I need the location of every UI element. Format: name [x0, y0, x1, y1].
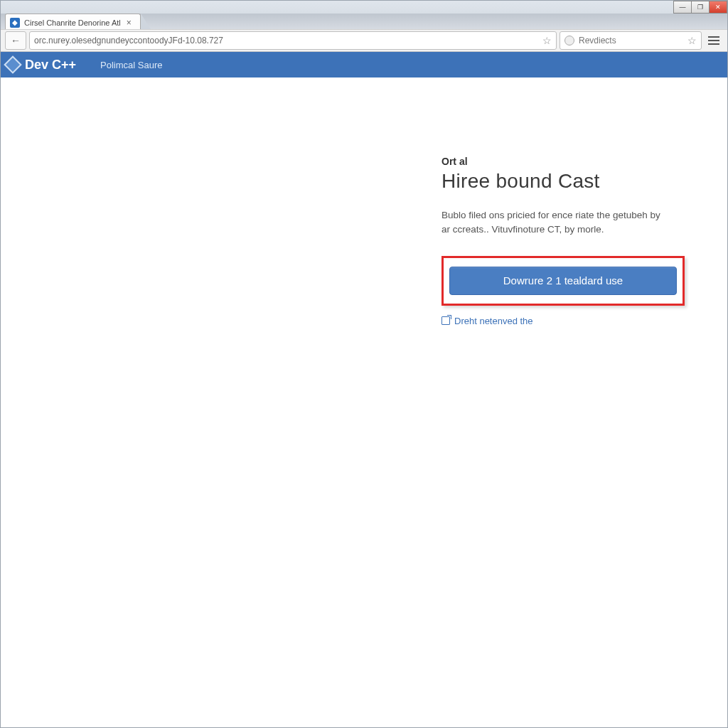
kicker-text: Ort al: [441, 156, 699, 167]
brand-text: Dev C++: [25, 58, 76, 73]
omnibox[interactable]: orc.nurey.olesedgnundeyccontoodyJFd-10.0…: [29, 31, 557, 50]
secondary-box-label: Revdiects: [579, 36, 616, 46]
tab-favicon-icon: ◆: [10, 18, 20, 28]
secondary-address-box[interactable]: Revdiects ☆: [560, 31, 702, 50]
tab-title: Cirsel Chanrite Denorine Atl: [24, 18, 121, 27]
page-title: Hiree bound Cast: [441, 170, 699, 193]
browser-tab[interactable]: ◆ Cirsel Chanrite Denorine Atl ×: [5, 14, 141, 29]
site-brand[interactable]: Dev C++: [6, 58, 76, 73]
window-minimize-button[interactable]: —: [673, 1, 692, 14]
secondary-link[interactable]: Dreht netenved the: [441, 316, 699, 326]
tab-close-button[interactable]: ×: [125, 18, 133, 28]
brand-diamond-icon: [4, 55, 21, 73]
nav-back-button[interactable]: ←: [5, 31, 26, 50]
cta-highlight-box: Dowrure 2 1 tealdard use: [441, 256, 685, 306]
url-text: orc.nurey.olesedgnundeyccontoodyJFd-10.0…: [34, 36, 223, 46]
site-navbar: Dev C++ Polimcal Saure: [1, 52, 727, 77]
hamburger-bar-icon: [708, 36, 719, 38]
tab-angle-decoration: [141, 14, 151, 29]
external-link-icon: [441, 316, 450, 325]
secondary-link-text: Dreht netenved the: [454, 316, 533, 326]
close-icon: ✕: [715, 4, 721, 11]
nav-link-1[interactable]: Polimcal Saure: [100, 60, 162, 70]
bookmark-star-icon[interactable]: ☆: [542, 35, 552, 46]
tab-strip: ◆ Cirsel Chanrite Denorine Atl ×: [1, 14, 727, 29]
download-button[interactable]: Dowrure 2 1 tealdard use: [449, 267, 677, 295]
maximize-icon: ❐: [697, 4, 703, 11]
window-close-button[interactable]: ✕: [709, 1, 727, 14]
browser-menu-button[interactable]: [705, 31, 723, 50]
minimize-icon: —: [680, 4, 686, 11]
back-arrow-icon: ←: [11, 35, 21, 46]
hamburger-bar-icon: [708, 40, 719, 41]
hamburger-bar-icon: [708, 43, 719, 45]
window-maximize-button[interactable]: ❐: [691, 1, 710, 14]
secondary-star-icon[interactable]: ☆: [687, 35, 697, 46]
globe-icon: [564, 36, 574, 46]
address-bar-row: ← orc.nurey.olesedgnundeyccontoodyJFd-10…: [1, 29, 727, 52]
download-button-label: Dowrure 2 1 tealdard use: [503, 274, 623, 287]
page-content: Ort al Hiree bound Cast Bublo filed ons …: [1, 77, 727, 727]
page-description: Bublo filed ons pricied for ence riate t…: [441, 208, 669, 237]
